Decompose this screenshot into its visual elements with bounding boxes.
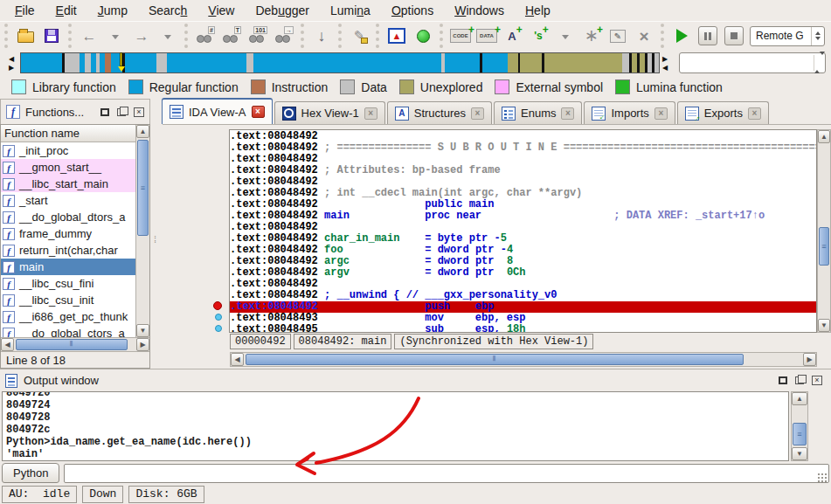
problems-list-icon[interactable]: ▲ [386, 26, 407, 45]
disasm-vscrollbar[interactable]: ▲ ▼ [817, 129, 831, 333]
string-type-dropdown-icon[interactable] [555, 26, 576, 45]
tab-hex-view-1[interactable]: Hex View-1× [274, 101, 385, 124]
tab-exports[interactable]: →Exports× [677, 101, 769, 124]
navigate-back-icon[interactable]: ← [79, 26, 100, 45]
band-spinner-icon[interactable] [814, 55, 825, 71]
menu-options[interactable]: Options [382, 1, 443, 20]
menu-file[interactable]: File [5, 1, 45, 20]
band-segment[interactable] [520, 53, 542, 72]
jump-to-address-icon[interactable]: ↓ [311, 26, 332, 45]
functions-hscroll-thumb[interactable] [16, 339, 128, 350]
tab-ida-view-a[interactable]: IDA View-A× [162, 98, 273, 124]
band-segment[interactable] [65, 53, 80, 72]
panel-splitter[interactable] [150, 124, 163, 369]
band-segment[interactable] [156, 53, 167, 72]
instruction-dot[interactable] [215, 325, 222, 332]
search-text-icon[interactable]: T [221, 26, 242, 45]
output-scroll-down-icon[interactable]: ▼ [792, 447, 807, 460]
band-segment[interactable] [21, 53, 62, 72]
tab-close-icon[interactable]: × [748, 107, 761, 120]
search-again-icon[interactable]: → [274, 26, 294, 45]
function-row-_start[interactable]: f_start [1, 192, 135, 209]
output-maximize-icon[interactable] [779, 376, 787, 384]
tab-enums[interactable]: Enums× [494, 101, 582, 124]
debugger-pause-icon[interactable] [697, 26, 718, 45]
band-segment[interactable] [622, 53, 629, 72]
navigate-forward-icon[interactable]: → [131, 26, 152, 45]
save-file-icon[interactable] [41, 26, 62, 45]
band-segment[interactable] [253, 53, 441, 72]
band-right-icon[interactable]: ▶ [9, 65, 17, 71]
back-history-dropdown-icon[interactable] [105, 26, 126, 45]
instruction-dot[interactable] [215, 314, 222, 321]
menu-view[interactable]: View [198, 1, 244, 20]
scroll-down-icon[interactable]: ▼ [136, 324, 149, 337]
tab-close-icon[interactable]: × [654, 107, 668, 120]
interpreter-selector-button[interactable]: Python [2, 463, 59, 483]
function-row-frame_dummy[interactable]: fframe_dummy [1, 225, 135, 242]
output-restore-icon[interactable] [795, 376, 804, 384]
make-array-icon[interactable]: ∗ [581, 26, 602, 45]
function-row-__libc_csu_fini[interactable]: f__libc_csu_fini [1, 275, 135, 292]
debugger-stop-icon[interactable] [724, 26, 744, 45]
output-window-header[interactable]: Output window × [0, 369, 831, 391]
scroll-right-icon[interactable]: ▶ [136, 338, 149, 351]
output-log[interactable]: 8049720 8049724 8049728 804972c Python>i… [2, 391, 789, 461]
band-segment[interactable] [654, 53, 658, 72]
disasm-scroll-right-icon[interactable]: ▶ [803, 353, 816, 366]
menu-jump[interactable]: Jump [88, 1, 137, 20]
function-row-_init_proc[interactable]: f_init_proc [1, 142, 135, 159]
output-scroll-up-icon[interactable]: ▲ [792, 392, 807, 405]
make-code-icon[interactable]: CODE [450, 26, 471, 45]
function-row-__i686_get_pc_thunk[interactable]: f__i686_get_pc_thunk [1, 308, 135, 325]
disassembly-listing[interactable]: .text:08048492.text:08048492 ; =========… [229, 129, 817, 333]
disasm-scroll-up-icon[interactable]: ▲ [818, 130, 830, 143]
search-address-icon[interactable]: # [195, 26, 216, 45]
tab-imports[interactable]: →Imports× [584, 101, 675, 124]
function-row-__gmon_start__[interactable]: f__gmon_start__ [1, 159, 135, 176]
band-segment[interactable] [445, 53, 481, 72]
tab-close-icon[interactable]: × [471, 107, 484, 120]
disasm-scroll-left-icon[interactable]: ◀ [231, 353, 244, 366]
band-zoom-spinner[interactable] [679, 52, 826, 73]
band-right2-icon[interactable]: ▶ [662, 56, 671, 62]
function-row-__libc_csu_init[interactable]: f__libc_csu_init [1, 292, 135, 308]
menu-edit[interactable]: Edit [46, 1, 87, 20]
disasm-vscroll-thumb[interactable] [819, 227, 829, 266]
function-row-__do_global_dtors_a[interactable]: f__do_global_dtors_a [1, 209, 135, 225]
restore-icon[interactable] [117, 108, 126, 116]
band-left-icon[interactable]: ◀ [9, 56, 17, 62]
tab-close-icon[interactable]: × [561, 107, 574, 120]
navigation-band[interactable] [20, 52, 660, 73]
band-scroll-right[interactable]: ▶◀ [662, 56, 671, 71]
band-segment[interactable] [544, 53, 622, 72]
function-row-__libc_start_main[interactable]: f__libc_start_main [1, 176, 135, 192]
function-row-return_int_char_char[interactable]: freturn_int(char,char [1, 242, 135, 259]
function-row-main[interactable]: fmain [1, 259, 135, 275]
combo-spinner-icon[interactable] [811, 27, 824, 45]
navigator-icon[interactable] [412, 26, 433, 45]
resize-grip[interactable] [817, 473, 828, 483]
disasm-hscroll-thumb[interactable] [246, 354, 744, 365]
make-string-icon[interactable]: 's [529, 26, 550, 45]
band-segment[interactable] [167, 53, 246, 72]
band-segment[interactable] [105, 53, 111, 72]
cli-input[interactable] [64, 464, 829, 483]
functions-panel-header[interactable]: f Functions... × [0, 99, 150, 124]
function-row-__do_global_ctors_a[interactable]: f__do_global_ctors_a [1, 325, 135, 337]
band-left2-icon[interactable]: ◀ [662, 65, 671, 71]
signature-icon[interactable]: ✎ [349, 26, 370, 45]
tab-close-icon[interactable]: × [252, 106, 265, 118]
tab-structures[interactable]: AStructures× [387, 101, 492, 124]
maximize-icon[interactable] [100, 108, 109, 116]
debugger-selector[interactable]: Remote G [750, 26, 825, 46]
make-name-icon[interactable]: A [502, 26, 523, 45]
functions-hscrollbar[interactable]: ◀ ▶ [1, 337, 149, 351]
debugger-start-icon[interactable] [671, 26, 692, 45]
menu-help[interactable]: Help [516, 1, 560, 20]
scroll-up-icon[interactable]: ▲ [136, 125, 149, 138]
disasm-hscrollbar[interactable]: ◀ ▶ [230, 352, 817, 367]
close-icon[interactable]: × [134, 107, 144, 117]
tab-close-icon[interactable]: × [364, 107, 377, 120]
edit-patch-icon[interactable]: ✎ [607, 26, 628, 45]
